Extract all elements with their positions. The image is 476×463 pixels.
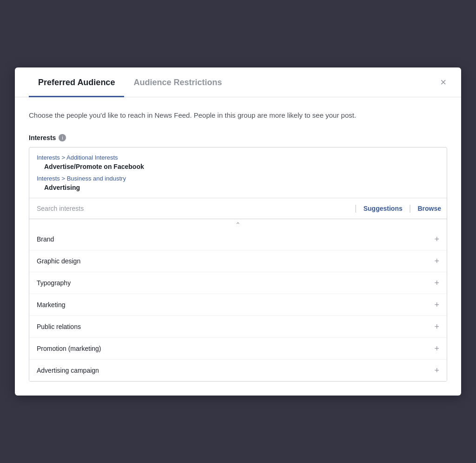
breadcrumb-link-additional[interactable]: Additional Interests	[66, 154, 118, 161]
breadcrumb-link-interests-1[interactable]: Interests	[37, 154, 60, 161]
list-item[interactable]: Public relations +	[29, 316, 447, 338]
tag-row-2: Interests > Business and industry Advert…	[37, 175, 439, 191]
suggestion-label: Promotion (marketing)	[37, 345, 101, 352]
breadcrumb-separator-2: >	[61, 175, 66, 182]
interests-label: Interests	[29, 134, 56, 141]
search-input[interactable]	[29, 198, 354, 219]
chevron-up-icon: ⌃	[235, 221, 241, 228]
modal-body: Choose the people you'd like to reach in…	[15, 97, 461, 396]
tag-name-1: Advertise/Promote on Facebook	[37, 163, 439, 170]
interests-label-row: Interests i	[29, 134, 447, 141]
browse-link[interactable]: Browse	[412, 198, 447, 219]
modal-tabs: Preferred Audience Audience Restrictions…	[15, 67, 461, 97]
search-divider-2: |	[408, 203, 412, 213]
description-text: Choose the people you'd like to reach in…	[29, 110, 447, 121]
suggestion-label: Brand	[37, 235, 54, 243]
list-item[interactable]: Promotion (marketing) +	[29, 338, 447, 360]
modal-dialog: Preferred Audience Audience Restrictions…	[15, 67, 461, 396]
search-divider: |	[354, 203, 358, 213]
suggestion-label: Advertising campaign	[37, 367, 99, 374]
suggestion-label: Marketing	[37, 301, 65, 309]
list-item[interactable]: Graphic design +	[29, 250, 447, 272]
add-icon[interactable]: +	[434, 279, 439, 287]
add-icon[interactable]: +	[434, 257, 439, 265]
breadcrumb-link-business[interactable]: Business and industry	[67, 175, 126, 182]
list-item[interactable]: Marketing +	[29, 294, 447, 316]
breadcrumb-link-interests-2[interactable]: Interests	[37, 175, 60, 182]
search-row: | Suggestions | Browse	[29, 198, 447, 219]
add-icon[interactable]: +	[434, 366, 439, 375]
tag-breadcrumb-1: Interests > Additional Interests	[37, 154, 439, 161]
tab-audience-restrictions[interactable]: Audience Restrictions	[124, 67, 231, 97]
suggestion-label: Typography	[37, 279, 71, 287]
info-icon[interactable]: i	[59, 134, 66, 141]
tab-preferred-audience[interactable]: Preferred Audience	[29, 67, 124, 97]
suggestions-list: Brand + Graphic design + Typography + Ma…	[29, 228, 447, 381]
add-icon[interactable]: +	[434, 344, 439, 353]
suggestion-label: Graphic design	[37, 257, 80, 265]
interests-box: Interests > Additional Interests Adverti…	[29, 147, 447, 382]
tag-breadcrumb-2: Interests > Business and industry	[37, 175, 439, 182]
close-button[interactable]: ×	[436, 74, 450, 90]
tag-name-2: Advertising	[37, 184, 439, 191]
suggestions-link[interactable]: Suggestions	[358, 198, 408, 219]
tags-area: Interests > Additional Interests Adverti…	[29, 148, 447, 198]
list-item[interactable]: Brand +	[29, 228, 447, 250]
add-icon[interactable]: +	[434, 322, 439, 331]
suggestion-label: Public relations	[37, 323, 81, 330]
add-icon[interactable]: +	[434, 235, 439, 243]
list-item[interactable]: Advertising campaign +	[29, 360, 447, 381]
add-icon[interactable]: +	[434, 301, 439, 309]
chevron-up: ⌃	[29, 219, 447, 228]
tag-row-1: Interests > Additional Interests Adverti…	[37, 154, 439, 170]
list-item[interactable]: Typography +	[29, 272, 447, 294]
breadcrumb-separator-1: >	[61, 154, 66, 161]
